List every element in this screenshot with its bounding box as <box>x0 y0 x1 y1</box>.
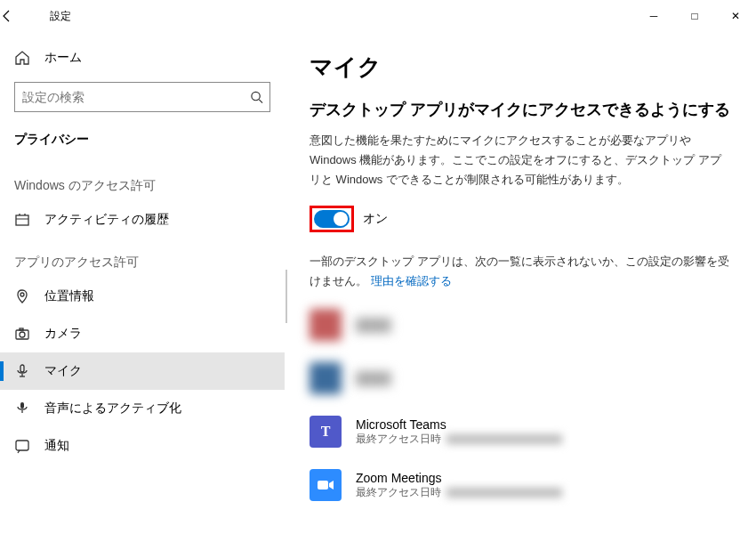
app-sub-label: 最終アクセス日時 <box>356 485 441 500</box>
sidebar-item-camera[interactable]: カメラ <box>0 315 285 352</box>
titlebar: 設定 ─ □ ✕ <box>0 0 756 32</box>
location-icon <box>14 288 32 304</box>
blurred-timestamp <box>446 488 562 498</box>
search-input[interactable] <box>14 82 270 112</box>
app-sub-label: 最終アクセス日時 <box>356 432 441 447</box>
scrollbar[interactable] <box>286 270 287 323</box>
home-nav[interactable]: ホーム <box>0 39 285 77</box>
minimize-button[interactable]: ─ <box>633 0 674 32</box>
sidebar-item-label: 位置情報 <box>44 288 94 304</box>
svg-rect-13 <box>20 402 24 409</box>
window-title: 設定 <box>50 9 71 24</box>
svg-point-6 <box>20 293 24 296</box>
app-icon <box>310 362 342 394</box>
app-row-zoom: Zoom Meetings 最終アクセス日時 <box>310 469 731 501</box>
svg-rect-15 <box>16 441 28 450</box>
toggle-label: オン <box>363 211 388 227</box>
sidebar: ホーム プライバシー Windows のアクセス許可 アクティビティの履歴 アプ… <box>0 32 285 534</box>
app-name: Microsoft Teams <box>356 417 562 432</box>
main-content: マイク デスクトップ アプリがマイクにアクセスできるようにする 意図した機能を果… <box>285 32 756 534</box>
toggle-row: オン <box>310 206 731 232</box>
app-list: ████ ████ T Microsoft Teams 最終アクセス日時 <box>310 309 731 501</box>
camera-icon <box>14 326 32 342</box>
toggle-highlight <box>310 206 354 232</box>
group-header-app-permissions: アプリのアクセス許可 <box>0 239 285 278</box>
history-icon <box>14 212 32 228</box>
sidebar-item-microphone[interactable]: マイク <box>0 352 285 390</box>
voice-icon <box>14 400 32 417</box>
page-title: マイク <box>310 52 731 83</box>
svg-line-1 <box>259 100 262 103</box>
home-label: ホーム <box>44 50 82 66</box>
app-icon <box>310 309 342 341</box>
app-name: ████ <box>356 318 391 332</box>
home-icon <box>14 50 32 66</box>
sidebar-item-label: 音声によるアクティブ化 <box>44 400 181 417</box>
svg-rect-10 <box>20 365 24 372</box>
note-text: 一部のデスクトップ アプリは、次の一覧に表示されないか、この設定の影響を受けませ… <box>310 252 731 291</box>
svg-point-8 <box>20 332 25 337</box>
zoom-icon <box>310 469 342 501</box>
close-button[interactable]: ✕ <box>715 0 756 32</box>
maximize-button[interactable]: □ <box>674 0 715 32</box>
app-row-teams: T Microsoft Teams 最終アクセス日時 <box>310 416 731 448</box>
notification-icon <box>14 438 32 454</box>
section-subtitle: デスクトップ アプリがマイクにアクセスできるようにする <box>310 99 731 120</box>
blurred-timestamp <box>446 434 562 444</box>
microphone-icon <box>14 363 32 379</box>
app-row: ████ <box>310 362 731 394</box>
group-header-windows-permissions: Windows のアクセス許可 <box>0 162 285 201</box>
sidebar-item-label: アクティビティの履歴 <box>44 212 169 228</box>
search-wrap <box>14 82 270 112</box>
svg-rect-16 <box>318 481 328 490</box>
sidebar-item-label: カメラ <box>44 326 82 342</box>
learn-why-link[interactable]: 理由を確認する <box>371 274 452 287</box>
sidebar-item-notifications[interactable]: 通知 <box>0 427 285 465</box>
svg-rect-9 <box>20 328 23 330</box>
sidebar-item-voice-activation[interactable]: 音声によるアクティブ化 <box>0 390 285 427</box>
section-privacy: プライバシー <box>0 123 285 162</box>
back-button[interactable] <box>0 9 43 23</box>
section-description: 意図した機能を果たすためにマイクにアクセスすることが必要なアプリや Window… <box>310 131 731 190</box>
teams-icon: T <box>310 416 342 448</box>
search-icon <box>250 91 263 104</box>
svg-rect-2 <box>16 215 28 225</box>
app-row: ████ <box>310 309 731 341</box>
sidebar-item-label: マイク <box>44 363 82 379</box>
app-name: Zoom Meetings <box>356 471 562 485</box>
app-name: ████ <box>356 371 391 385</box>
sidebar-item-location[interactable]: 位置情報 <box>0 278 285 315</box>
sidebar-item-activity-history[interactable]: アクティビティの履歴 <box>0 201 285 239</box>
svg-point-0 <box>252 92 260 100</box>
sidebar-item-label: 通知 <box>44 438 69 454</box>
desktop-apps-mic-toggle[interactable] <box>314 210 350 228</box>
